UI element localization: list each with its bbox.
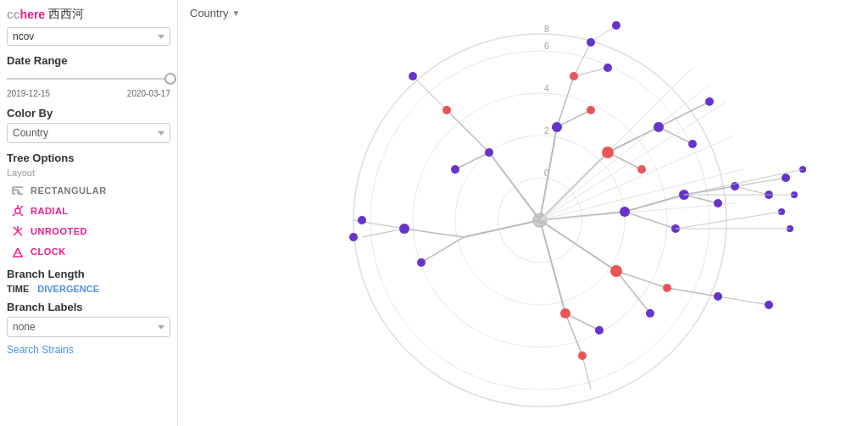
ring-label-2: 2 — [544, 126, 549, 136]
ring-label-6: 6 — [544, 41, 549, 51]
date-range-section: Date Range 2019-12-15 2020-03-17 — [7, 54, 170, 98]
svg-point-83 — [620, 207, 630, 217]
svg-line-14 — [18, 231, 22, 235]
layout-clock[interactable]: CLOCK — [7, 242, 170, 261]
svg-point-96 — [610, 265, 622, 277]
date-labels: 2019-12-15 2020-03-17 — [7, 89, 170, 98]
unrooted-label: UNROOTED — [31, 226, 87, 236]
branch-time-btn[interactable]: TIME — [7, 284, 29, 294]
layout-rectangular[interactable]: RECTANGULAR — [7, 181, 170, 200]
svg-line-48 — [464, 220, 540, 237]
svg-line-43 — [718, 296, 769, 305]
svg-point-94 — [602, 147, 614, 158]
logo-cc: cc — [7, 8, 20, 21]
svg-line-53 — [489, 152, 540, 220]
rect-icon — [10, 183, 25, 198]
search-strains-link[interactable]: Search Strains — [7, 344, 74, 356]
tree-options-section: Tree Options Layout RECTANGULAR — [7, 152, 170, 261]
svg-point-85 — [714, 199, 722, 207]
rectangular-label: RECTANGULAR — [31, 185, 107, 196]
svg-point-70 — [358, 216, 366, 224]
svg-line-10 — [13, 213, 15, 216]
svg-point-91 — [765, 301, 773, 309]
tree-container: 0 2 4 6 8 — [178, 0, 868, 426]
svg-line-36 — [684, 195, 718, 203]
svg-point-75 — [485, 148, 493, 157]
svg-line-15 — [14, 231, 18, 235]
svg-line-56 — [413, 76, 447, 110]
radial-icon — [10, 203, 25, 219]
clock-label: CLOCK — [31, 246, 66, 257]
svg-point-87 — [782, 174, 790, 182]
svg-point-93 — [595, 326, 604, 335]
branch-length-label: Branch Length — [7, 268, 170, 280]
svg-line-40 — [616, 271, 667, 288]
date-range-label: Date Range — [7, 54, 170, 67]
svg-point-74 — [409, 72, 417, 80]
svg-line-35 — [684, 186, 735, 195]
svg-line-9 — [20, 213, 23, 216]
svg-line-54 — [447, 110, 489, 152]
svg-point-71 — [349, 233, 358, 241]
logo-area: cc here 西西河 — [7, 7, 170, 22]
svg-line-42 — [667, 288, 718, 296]
svg-point-92 — [646, 309, 654, 318]
phylo-tree-svg[interactable]: 0 2 4 6 8 — [178, 0, 868, 426]
svg-line-11 — [20, 206, 23, 208]
svg-line-63 — [540, 68, 693, 220]
slider-fill — [7, 78, 170, 80]
color-by-section: Color By Country Division Clade None — [7, 107, 170, 143]
layout-unrooted[interactable]: UNROOTED — [7, 222, 170, 241]
tree-options-label: Tree Options — [7, 152, 170, 164]
date-end: 2020-03-17 — [127, 89, 170, 98]
branch-labels-label: Branch Labels — [7, 301, 170, 313]
ring-label-4: 4 — [544, 84, 549, 93]
svg-line-45 — [565, 313, 582, 356]
svg-line-107 — [684, 169, 803, 195]
layout-options: RECTANGULAR RADIAL — [7, 181, 170, 261]
svg-line-52 — [362, 229, 404, 237]
slider-track — [7, 78, 170, 80]
svg-point-90 — [714, 292, 722, 301]
svg-point-7 — [15, 208, 20, 213]
svg-line-19 — [18, 248, 22, 257]
svg-line-62 — [591, 25, 616, 42]
svg-line-34 — [625, 212, 676, 229]
branch-length-section: Branch Length TIME DIVERGENCE — [7, 268, 170, 294]
sidebar: cc here 西西河 ncov Date Range 2019-12-15 2… — [0, 0, 178, 426]
unrooted-icon — [10, 224, 25, 239]
color-by-select[interactable]: Country Division Clade None — [7, 123, 170, 143]
layout-radial[interactable]: RADIAL — [7, 202, 170, 220]
logo-here: here — [20, 8, 46, 21]
svg-line-33 — [625, 195, 684, 212]
svg-line-68 — [540, 203, 735, 220]
svg-line-50 — [421, 237, 464, 263]
svg-point-99 — [560, 308, 570, 318]
clock-icon — [10, 244, 25, 259]
svg-point-97 — [663, 284, 671, 292]
branch-labels-select[interactable]: none clade aa mutations — [7, 317, 170, 337]
svg-line-38 — [735, 186, 769, 195]
radial-label: RADIAL — [31, 206, 69, 216]
svg-line-18 — [14, 248, 18, 257]
svg-point-73 — [451, 165, 459, 174]
svg-point-95 — [637, 165, 646, 174]
svg-line-28 — [608, 127, 659, 152]
svg-point-72 — [417, 258, 426, 267]
dataset-select[interactable]: ncov — [7, 27, 170, 46]
color-by-label: Color By — [7, 107, 170, 119]
branch-divergence-btn[interactable]: DIVERGENCE — [37, 284, 99, 294]
date-range-slider[interactable] — [7, 70, 170, 87]
tree-rings: 0 2 4 6 8 — [349, 21, 806, 407]
svg-point-80 — [654, 122, 664, 132]
svg-line-61 — [574, 68, 608, 76]
svg-line-47 — [582, 356, 591, 390]
svg-line-55 — [455, 152, 489, 169]
slider-thumb[interactable] — [164, 73, 176, 85]
date-start: 2019-12-15 — [7, 89, 50, 98]
logo-chinese: 西西河 — [48, 7, 84, 22]
layout-sublabel: Layout — [7, 168, 170, 178]
svg-line-60 — [574, 42, 591, 76]
svg-point-102 — [442, 106, 451, 114]
ring-label-8: 8 — [544, 25, 549, 34]
